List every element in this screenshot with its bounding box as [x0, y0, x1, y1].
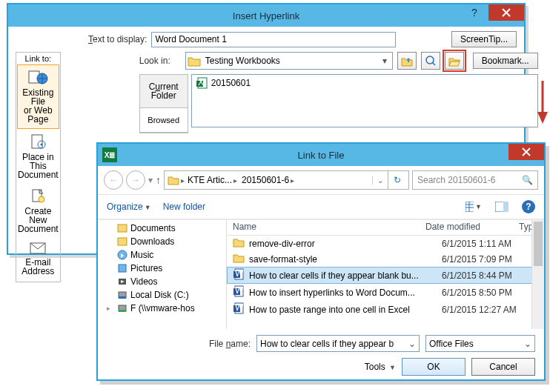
excel-app-icon: X≣ [102, 147, 117, 162]
svg-text:X: X [198, 77, 204, 87]
text-to-display-input[interactable] [151, 32, 396, 47]
nav-forward-button[interactable]: → [126, 170, 145, 190]
tree-icon [117, 290, 127, 300]
file-row[interactable]: remove-div-error 6/1/2015 1:11 AM File f… [227, 236, 544, 251]
link-to-header: Link to: [16, 54, 60, 63]
link-to-rail: Link to: Existing Fileor Web Page Place … [16, 52, 61, 282]
look-in-label: Look in: [139, 56, 181, 66]
recent-locations-chevron[interactable]: ▾ [148, 175, 153, 185]
window-title: Link to File [298, 150, 345, 161]
up-one-level-button[interactable] [397, 52, 417, 70]
file-name-input[interactable]: How to clear cells if they appear b⌄ [256, 335, 420, 352]
ok-button[interactable]: OK [402, 358, 465, 376]
svg-rect-2 [32, 135, 42, 148]
screentip-button[interactable]: ScreenTip... [451, 31, 517, 47]
close-button[interactable] [488, 4, 524, 21]
svg-point-4 [41, 144, 43, 146]
help-button[interactable]: ? [460, 4, 488, 21]
breadcrumb-dropdown[interactable]: ⌄ [372, 176, 388, 185]
new-document-icon [30, 188, 45, 203]
folder-icon [168, 175, 179, 185]
search-icon: 🔍 [522, 175, 533, 185]
magnifier-globe-icon [425, 55, 437, 67]
nav-tree[interactable]: DocumentsDownloadsMusicPicturesVideosLoc… [98, 220, 227, 329]
file-area: DocumentsDownloadsMusicPicturesVideosLoc… [98, 219, 544, 329]
breadcrumb-seg[interactable]: 20150601-6 ▸ [240, 175, 296, 185]
column-headers[interactable]: Name Date modified Type [227, 220, 544, 236]
tab-current-folder[interactable]: CurrentFolder [140, 75, 188, 108]
file-row[interactable]: save-format-style 6/1/2015 7:09 PM File … [227, 251, 544, 267]
tree-icon [117, 276, 127, 287]
svg-rect-13 [465, 202, 474, 212]
tab-browsed-pages[interactable]: Browsed [140, 108, 188, 133]
scrollbar-thumb[interactable] [534, 222, 543, 266]
nav-back-button[interactable]: ← [104, 170, 123, 190]
breadcrumb-seg[interactable]: KTE Artic... ▸ [186, 175, 239, 185]
svg-rect-17 [118, 238, 127, 245]
toolbar: Organize▼ New folder ▼ ? [98, 195, 544, 219]
tree-icon [117, 236, 127, 247]
help-button[interactable]: ? [522, 200, 535, 213]
file-row[interactable]: W How to paste range into one cell in Ex… [227, 301, 544, 318]
nav-row: ← → ▾ ↑ ▸ KTE Artic... ▸ 20150601-6 ▸ ⌄ … [98, 166, 544, 195]
svg-text:W: W [235, 285, 244, 296]
svg-rect-16 [118, 225, 127, 232]
tree-icon [117, 250, 127, 260]
cancel-button[interactable]: Cancel [471, 358, 535, 376]
panel-icon [495, 202, 508, 212]
tree-icon [117, 263, 127, 273]
tree-item[interactable]: Videos [102, 275, 226, 288]
refresh-button[interactable]: ↻ [388, 171, 405, 189]
close-button[interactable] [508, 144, 544, 160]
new-folder-button[interactable]: New folder [163, 202, 205, 212]
tree-item[interactable]: Downloads [102, 235, 226, 248]
rail-place-in-doc[interactable]: Place in ThisDocument [16, 130, 60, 184]
look-in-combo[interactable]: Testing Workbooks ▾ [185, 52, 393, 70]
bookmark-button[interactable]: Bookmark... [473, 53, 538, 69]
svg-rect-23 [119, 296, 126, 299]
svg-text:W: W [235, 302, 244, 313]
folder-up-icon [401, 55, 413, 67]
rail-existing-file[interactable]: Existing Fileor Web Page [17, 64, 59, 129]
scrollbar[interactable] [531, 220, 544, 329]
word-icon: W [233, 268, 245, 282]
tree-item[interactable]: Local Disk (C:) [102, 288, 226, 302]
callout-arrow-icon [537, 79, 550, 127]
svg-point-6 [39, 196, 44, 202]
browse-for-file-button[interactable] [445, 52, 464, 70]
file-type-filter[interactable]: Office Files⌄ [425, 335, 535, 352]
tree-item[interactable]: Documents [102, 222, 226, 235]
open-folder-icon [448, 55, 460, 67]
rail-create-new-doc[interactable]: Create NewDocument [16, 184, 60, 238]
titlebar: X≣ Link to File [98, 144, 544, 166]
folder-icon [188, 55, 201, 67]
view-options-button[interactable]: ▼ [465, 199, 482, 214]
col-name[interactable]: Name [233, 222, 425, 232]
tree-item[interactable]: ▸F (\\vmware-hos [102, 302, 226, 315]
folder-icon [233, 237, 245, 250]
titlebar: Insert Hyperlink ? [8, 4, 524, 27]
document-target-icon [30, 134, 46, 149]
organize-menu[interactable]: Organize▼ [107, 202, 151, 212]
folder-file-list[interactable]: X 20150601 [191, 74, 538, 127]
svg-text:W: W [235, 268, 244, 279]
search-input[interactable]: Search 20150601-6 🔍 [412, 170, 538, 190]
col-date[interactable]: Date modified [425, 222, 519, 232]
word-icon: W [233, 302, 245, 316]
nav-up-button[interactable]: ↑ [156, 174, 161, 186]
browse-web-button[interactable] [421, 52, 440, 70]
tree-item[interactable]: Music [102, 248, 226, 262]
tree-icon [117, 303, 127, 313]
file-name-label: File name: [209, 339, 251, 349]
file-row[interactable]: W How to insert hyperlinks to Word Docum… [227, 284, 544, 301]
browse-tabs: CurrentFolder Browsed [139, 74, 188, 133]
file-entry[interactable]: X 20150601 [196, 77, 533, 89]
tools-menu[interactable]: Tools ▼ [365, 362, 396, 372]
preview-pane-button[interactable] [494, 199, 510, 214]
folder-icon [233, 253, 245, 265]
tree-item[interactable]: Pictures [102, 262, 226, 275]
breadcrumb[interactable]: ▸ KTE Artic... ▸ 20150601-6 ▸ ⌄ ↻ [164, 170, 409, 190]
file-row[interactable]: W How to clear cells if they appear blan… [227, 267, 544, 284]
rail-email-address[interactable]: E-mailAddress [16, 238, 60, 280]
file-list[interactable]: Name Date modified Type remove-div-error… [227, 220, 544, 329]
